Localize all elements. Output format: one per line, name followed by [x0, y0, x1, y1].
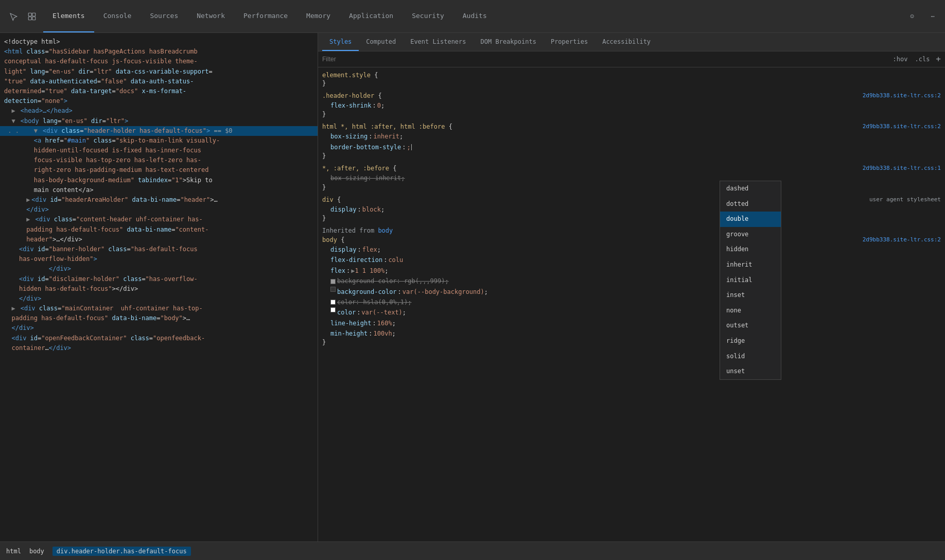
line-doctype: <!doctype html>	[0, 37, 318, 47]
line-html-4: "true" data-authenticated="false" data-a…	[0, 77, 318, 86]
css-prop-border-bottom-style: border-bottom-style: ;	[322, 142, 941, 152]
line-a-5: has-body-background-medium" tabindex="1"…	[0, 176, 318, 185]
line-a-6: main content</a>	[0, 185, 318, 195]
tab-security[interactable]: Security	[402, 0, 453, 32]
dropdown-item-double[interactable]: double	[720, 212, 781, 227]
dropdown-item-unset[interactable]: unset	[720, 364, 781, 379]
line-head: ▶ <head>…</head>	[0, 106, 318, 116]
breadcrumb-body[interactable]: body	[29, 548, 44, 555]
css-source-header-holder[interactable]: 2d9bb338.site-ltr.css:2	[863, 92, 941, 99]
tab-network[interactable]: Network	[187, 0, 234, 32]
css-selector: element.style {	[322, 72, 941, 79]
line-html-5: determined="true" data-target="docs" x-m…	[0, 86, 318, 96]
dropdown-item-solid[interactable]: solid	[720, 349, 781, 364]
css-prop-bg: background-color: var(--body-background)…	[322, 287, 941, 297]
svg-rect-2	[28, 16, 31, 20]
line-banner: <div id="banner-holder" class="has-defau…	[0, 244, 318, 254]
line-content-header-3: header">…</div>	[0, 235, 318, 244]
css-prop-box-sizing: box-sizing: inherit;	[322, 131, 941, 142]
tab-properties[interactable]: Properties	[544, 33, 595, 51]
styles-content[interactable]: element.style { } .header-holder { flex-…	[318, 67, 945, 541]
tab-application[interactable]: Application	[340, 0, 402, 32]
line-div-header-holder[interactable]: . . ▼ <div class="header-holder has-defa…	[0, 126, 318, 136]
line-a-3: focus-visible has-top-zero has-left-zero…	[0, 155, 318, 165]
line-body: ▼ <body lang="en-us" dir="ltr">	[0, 116, 318, 126]
svg-rect-0	[28, 13, 31, 16]
line-close-div2: </div>	[0, 264, 318, 274]
filter-input[interactable]	[322, 56, 887, 63]
dropdown-item-dashed[interactable]: dashed	[720, 181, 781, 197]
dropdown-item-dotted[interactable]: dotted	[720, 197, 781, 212]
cls-button[interactable]: .cls	[913, 55, 932, 64]
tab-audits[interactable]: Audits	[453, 0, 496, 32]
toolbar-right: ☺ ⋯	[904, 8, 941, 25]
dropdown-item-initial[interactable]: initial	[720, 273, 781, 288]
more-icon[interactable]: ⋯	[924, 8, 941, 25]
line-a-4: right-zero has-padding-medium has-text-c…	[0, 165, 318, 175]
elements-panel[interactable]: <!doctype html> <html class="hasSidebar …	[0, 33, 318, 541]
line-html: <html class="hasSidebar hasPageActions h…	[0, 47, 318, 57]
css-prop-box-sizing-strike: box-sizing: inherit;	[322, 173, 941, 183]
css-selector-header-holder: .header-holder {	[322, 92, 941, 99]
cursor-icon[interactable]	[4, 7, 23, 26]
dropdown-item-inherit[interactable]: inherit	[720, 257, 781, 273]
dropdown-item-none[interactable]: none	[720, 303, 781, 319]
dropdown-item-groove[interactable]: groove	[720, 227, 781, 242]
autocomplete-dropdown: dashed dotted double groove hidden inher…	[720, 181, 781, 380]
tab-computed[interactable]: Computed	[359, 33, 403, 51]
add-style-button[interactable]: +	[936, 55, 941, 63]
tab-dom-breakpoints[interactable]: DOM Breakpoints	[474, 33, 544, 51]
tab-event-listeners[interactable]: Event Listeners	[403, 33, 473, 51]
tab-sources[interactable]: Sources	[141, 0, 187, 32]
css-source-html-wildcard[interactable]: 2d9bb338.site-ltr.css:2	[863, 123, 941, 130]
main-layout: <!doctype html> <html class="hasSidebar …	[0, 33, 945, 541]
css-selector-html-wildcard: html *, html :after, html :before {	[322, 123, 941, 130]
inspect-icon[interactable]	[23, 7, 41, 26]
css-prop-display-flex: display: flex;	[322, 244, 941, 255]
tab-memory[interactable]: Memory	[297, 0, 340, 32]
css-prop-color: color: var(--text);	[322, 307, 941, 318]
dropdown-item-inset[interactable]: inset	[720, 288, 781, 303]
tab-styles[interactable]: Styles	[322, 33, 359, 51]
line-disclaimer: <div id="disclaimer-holder" class="has-o…	[0, 274, 318, 284]
css-block-header-holder: .header-holder { flex-shrink: 0; } 2d9bb…	[322, 92, 941, 118]
css-source-div: user agent stylesheet	[869, 196, 941, 203]
svg-rect-3	[32, 16, 36, 20]
css-selector-body: body {	[322, 236, 941, 243]
css-prop-min-height: min-height: 100vh;	[322, 328, 941, 339]
css-prop-color-strike: color: hsla(0,0%,1);	[322, 297, 941, 307]
css-source-wildcard[interactable]: 2d9bb338.site-ltr.css:1	[863, 165, 941, 171]
tab-accessibility[interactable]: Accessibility	[595, 33, 658, 51]
css-source-body[interactable]: 2d9bb338.site-ltr.css:2	[863, 236, 941, 243]
breadcrumb-div[interactable]: div.header-holder.has-default-focus	[52, 547, 191, 556]
line-content-header: ▶ <div class="content-header uhf-contain…	[0, 215, 318, 224]
tab-elements[interactable]: Elements	[43, 0, 94, 32]
styles-tabs: Styles Computed Event Listeners DOM Brea…	[318, 33, 945, 51]
line-close-div1: </div>	[0, 205, 318, 215]
dropdown-item-outset[interactable]: outset	[720, 318, 781, 334]
line-html-6: detection="none">	[0, 96, 318, 106]
inherited-from-body: Inherited from body	[322, 227, 941, 234]
tab-performance[interactable]: Performance	[234, 0, 297, 32]
css-block-html-wildcard: html *, html :after, html :before { box-…	[322, 123, 941, 160]
css-block-element-style: element.style { }	[322, 72, 941, 87]
styles-panel: Styles Computed Event Listeners DOM Brea…	[318, 33, 945, 541]
css-selector-div: div {	[322, 196, 941, 203]
status-bar: html body div.header-holder.has-default-…	[0, 541, 945, 560]
hov-button[interactable]: :hov	[891, 55, 910, 64]
line-close-div3: </div>	[0, 294, 318, 304]
line-html-2: conceptual has-default-focus js-focus-vi…	[0, 57, 318, 66]
dropdown-item-hidden[interactable]: hidden	[720, 242, 781, 257]
line-main-container: ▶ <div class="mainContainer uhf-containe…	[0, 304, 318, 313]
breadcrumb-html[interactable]: html	[6, 548, 21, 555]
css-prop-flex-direction: flex-direction: colu	[322, 255, 941, 265]
css-prop-line-height: line-height: 160%;	[322, 318, 941, 328]
css-block-body: body { display: flex; flex-direction: co…	[322, 236, 941, 346]
smiley-icon[interactable]: ☺	[904, 8, 920, 25]
filter-bar: :hov .cls +	[318, 51, 945, 67]
toolbar-tabs: Elements Console Sources Network Perform…	[43, 0, 496, 32]
dropdown-item-ridge[interactable]: ridge	[720, 334, 781, 349]
tab-console[interactable]: Console	[94, 0, 141, 32]
filter-actions: :hov .cls	[891, 55, 932, 64]
line-feedback: <div id="openFeedbackContainer" class="o…	[0, 334, 318, 343]
